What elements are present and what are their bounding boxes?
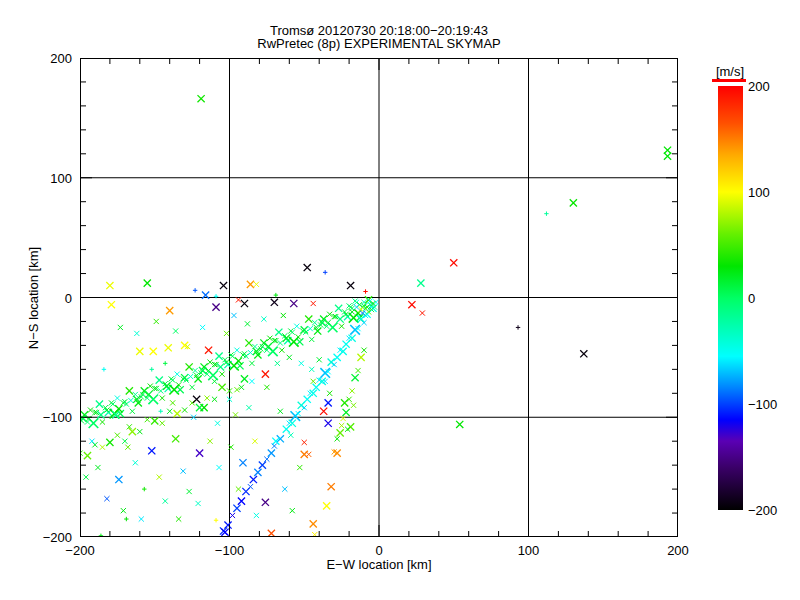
y-axis-label: N−S location [km]: [26, 247, 41, 349]
colorbar-tick-label: −200: [748, 503, 777, 517]
x-tick-label: 200: [638, 543, 718, 558]
y-tick-label: −200: [10, 530, 72, 544]
chart-subtitle: RwPretec (8p) EXPERIMENTAL SKYMAP: [80, 37, 678, 50]
colorbar-tick-label: 0: [748, 291, 755, 305]
y-tick-label: 100: [10, 171, 72, 185]
colorbar-tick-label: 100: [748, 185, 770, 199]
x-tick-label: −200: [40, 543, 120, 558]
colorbar-unit-label: [m/s]: [698, 64, 762, 79]
y-tick-label: 0: [10, 291, 72, 305]
x-tick-label: −100: [190, 543, 270, 558]
x-tick-label: 0: [339, 543, 419, 558]
scatter-plot-area: [80, 58, 678, 537]
x-axis-label: E−W location [km]: [80, 557, 678, 572]
colorbar: [718, 86, 743, 510]
y-tick-label: −100: [10, 410, 72, 424]
colorbar-tick-label: −100: [748, 397, 777, 411]
colorbar-top-line: [712, 79, 746, 82]
skymap-figure: Tromsø 20120730 20:18:00−20:19:43 RwPret…: [0, 0, 800, 600]
y-tick-label: 200: [10, 51, 72, 65]
x-tick-label: 100: [489, 543, 569, 558]
colorbar-tick-label: 200: [748, 79, 770, 93]
